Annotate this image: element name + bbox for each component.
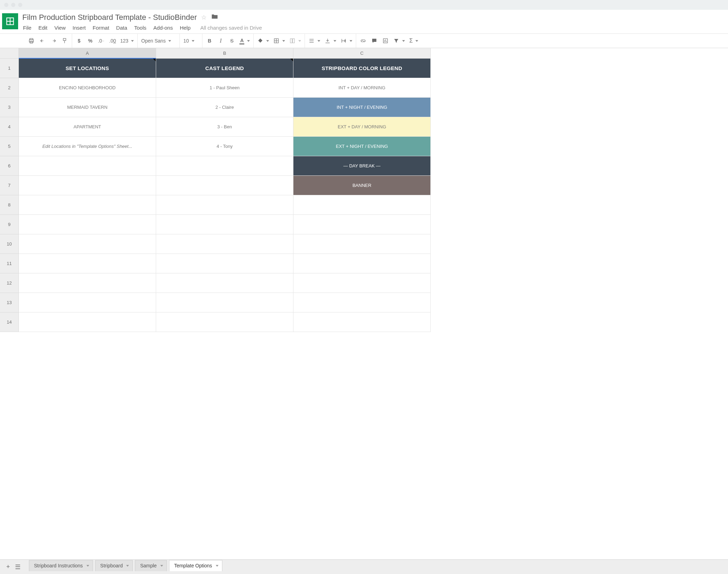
row-head-12[interactable]: 12 xyxy=(0,273,19,293)
menu-insert[interactable]: Insert xyxy=(72,25,86,31)
number-format-select[interactable]: 123 xyxy=(120,38,134,44)
menu-addons[interactable]: Add-ons xyxy=(153,25,173,31)
folder-icon[interactable] xyxy=(211,13,219,22)
row-head-1[interactable]: 1 xyxy=(0,59,19,78)
cell-B7[interactable] xyxy=(156,176,293,195)
italic-button[interactable]: I xyxy=(217,36,224,45)
borders-button[interactable] xyxy=(273,38,285,44)
row-head-8[interactable]: 8 xyxy=(0,195,19,215)
insert-link-icon[interactable] xyxy=(360,36,367,45)
insert-comment-icon[interactable] xyxy=(371,36,378,45)
menu-help[interactable]: Help xyxy=(180,25,191,31)
sheet-tab-sample[interactable]: Sample xyxy=(135,560,167,571)
row-head-6[interactable]: 6 xyxy=(0,156,19,176)
cell-C10[interactable] xyxy=(293,234,431,254)
col-head-B[interactable]: B xyxy=(156,48,293,59)
menu-file[interactable]: File xyxy=(23,25,31,31)
menu-edit[interactable]: Edit xyxy=(38,25,47,31)
functions-button[interactable]: Σ xyxy=(409,38,418,44)
cell-A8[interactable] xyxy=(19,195,156,215)
select-all-corner[interactable] xyxy=(0,48,19,59)
row-head-2[interactable]: 2 xyxy=(0,78,19,98)
col-head-C[interactable]: C xyxy=(293,48,431,59)
cell-B3[interactable]: 2 - Claire xyxy=(156,98,293,117)
cell-B11[interactable] xyxy=(156,254,293,273)
cell-B1[interactable]: CAST LEGEND xyxy=(156,59,293,78)
currency-button[interactable]: $ xyxy=(76,36,83,45)
sheet-tab-instructions[interactable]: Stripboard Instructions xyxy=(29,560,93,571)
cell-A6[interactable] xyxy=(19,156,156,176)
menu-tools[interactable]: Tools xyxy=(134,25,146,31)
text-color-button[interactable]: A xyxy=(239,38,250,44)
cell-B12[interactable] xyxy=(156,273,293,293)
menu-view[interactable]: View xyxy=(54,25,66,31)
cell-A14[interactable] xyxy=(19,312,156,332)
row-head-9[interactable]: 9 xyxy=(0,215,19,234)
decrease-decimals-button[interactable]: .0← xyxy=(98,36,105,45)
cell-A13[interactable] xyxy=(19,293,156,312)
paint-format-icon[interactable] xyxy=(61,36,68,45)
cell-A4[interactable]: APARTMENT xyxy=(19,117,156,137)
cell-A7[interactable] xyxy=(19,176,156,195)
increase-decimals-button[interactable]: .00 xyxy=(109,36,116,45)
all-sheets-button[interactable]: ☰ xyxy=(15,563,21,571)
col-head-A[interactable]: A xyxy=(19,48,156,59)
sheets-app-icon[interactable] xyxy=(2,13,18,29)
cell-A11[interactable] xyxy=(19,254,156,273)
cell-C7[interactable]: BANNER xyxy=(293,176,431,195)
sheet-tab-stripboard[interactable]: Stripboard xyxy=(95,560,133,571)
cell-C14[interactable] xyxy=(293,312,431,332)
cell-B2[interactable]: 1 - Paul Sheen xyxy=(156,78,293,98)
star-icon[interactable]: ☆ xyxy=(201,14,207,21)
text-wrap-button[interactable] xyxy=(340,38,352,44)
menu-format[interactable]: Format xyxy=(93,25,109,31)
sheet-tab-template-options[interactable]: Template Options xyxy=(169,560,222,571)
percent-button[interactable]: % xyxy=(87,36,94,45)
cell-C4[interactable]: EXT + DAY / MORNING xyxy=(293,117,431,137)
cell-B6[interactable] xyxy=(156,156,293,176)
cell-A10[interactable] xyxy=(19,234,156,254)
row-head-10[interactable]: 10 xyxy=(0,234,19,254)
cell-B8[interactable] xyxy=(156,195,293,215)
cell-C6[interactable]: — DAY BREAK — xyxy=(293,156,431,176)
insert-chart-icon[interactable] xyxy=(382,36,389,45)
cell-C11[interactable] xyxy=(293,254,431,273)
sheet-area[interactable]: A B C 1 SET LOCATIONS CAST LEGEND STRIPB… xyxy=(0,48,728,559)
row-head-7[interactable]: 7 xyxy=(0,176,19,195)
row-head-11[interactable]: 11 xyxy=(0,254,19,273)
cell-A1[interactable]: SET LOCATIONS xyxy=(19,59,156,78)
merge-cells-button[interactable] xyxy=(289,38,301,44)
mac-min-dot[interactable] xyxy=(11,3,15,7)
fill-color-button[interactable] xyxy=(257,38,269,44)
font-family-select[interactable]: Open Sans xyxy=(141,38,176,44)
cell-A3[interactable]: MERMAID TAVERN xyxy=(19,98,156,117)
cell-C5[interactable]: EXT + NIGHT / EVENING xyxy=(293,137,431,156)
doc-title[interactable]: Film Production Stripboard Template - St… xyxy=(22,13,197,22)
font-size-select[interactable]: 10 xyxy=(183,38,199,44)
cell-C1[interactable]: STRIPBOARD COLOR LEGEND xyxy=(293,59,431,78)
undo-icon[interactable] xyxy=(39,36,46,45)
cell-B4[interactable]: 3 - Ben xyxy=(156,117,293,137)
redo-icon[interactable] xyxy=(50,36,57,45)
cell-C12[interactable] xyxy=(293,273,431,293)
cell-B14[interactable] xyxy=(156,312,293,332)
h-align-button[interactable] xyxy=(308,38,320,44)
row-head-4[interactable]: 4 xyxy=(0,117,19,137)
row-head-5[interactable]: 5 xyxy=(0,137,19,156)
row-head-14[interactable]: 14 xyxy=(0,312,19,332)
cell-C2[interactable]: INT + DAY / MORNING xyxy=(293,78,431,98)
cell-A9[interactable] xyxy=(19,215,156,234)
cell-A12[interactable] xyxy=(19,273,156,293)
mac-max-dot[interactable] xyxy=(18,3,22,7)
add-sheet-button[interactable]: + xyxy=(6,563,10,571)
menu-data[interactable]: Data xyxy=(116,25,127,31)
cell-B5[interactable]: 4 - Tony xyxy=(156,137,293,156)
cell-A5[interactable]: Edit Locations in "Template Options" She… xyxy=(19,137,156,156)
bold-button[interactable]: B xyxy=(206,36,213,45)
print-icon[interactable] xyxy=(28,36,35,45)
cell-C9[interactable] xyxy=(293,215,431,234)
cell-B10[interactable] xyxy=(156,234,293,254)
cell-C13[interactable] xyxy=(293,293,431,312)
cell-C3[interactable]: INT + NIGHT / EVENING xyxy=(293,98,431,117)
filter-button[interactable] xyxy=(393,38,405,44)
